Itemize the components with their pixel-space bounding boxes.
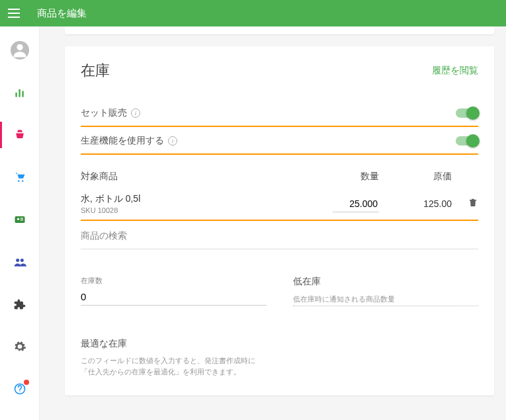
sidebar-item-products[interactable] bbox=[0, 122, 40, 148]
menu-icon[interactable] bbox=[8, 5, 24, 21]
info-icon[interactable]: i bbox=[168, 136, 177, 146]
svg-rect-9 bbox=[20, 220, 22, 220]
sidebar-item-customers[interactable] bbox=[0, 206, 40, 233]
notification-dot-icon bbox=[24, 380, 29, 385]
set-sale-toggle-row: セット販売 i bbox=[81, 99, 478, 127]
low-stock-label: 低在庫 bbox=[293, 276, 479, 288]
col-cost: 原価 bbox=[392, 171, 452, 183]
svg-rect-8 bbox=[20, 218, 22, 219]
sidebar-item-integrations[interactable] bbox=[0, 291, 40, 317]
sidebar-item-analytics[interactable] bbox=[0, 79, 40, 106]
stock-label: 在庫数 bbox=[81, 276, 267, 286]
card-title: 在庫 bbox=[81, 61, 110, 81]
sidebar-item-settings[interactable] bbox=[0, 333, 40, 360]
svg-rect-1 bbox=[15, 93, 17, 97]
content-area: 在庫 履歴を閲覧 セット販売 i 生産機能を使用する i 対象商品 数量 bbox=[40, 26, 506, 420]
production-toggle-row: 生産機能を使用する i bbox=[81, 127, 478, 155]
svg-rect-6 bbox=[15, 216, 24, 223]
cart-icon bbox=[13, 171, 26, 184]
optimal-stock-helper: このフィールドに数値を入力すると、発注書作成時に「仕入先からの在庫を最適化」を利… bbox=[81, 355, 267, 377]
component-row: 水, ボトル 0,5l SKU 10028 125.00 bbox=[81, 188, 478, 221]
components-table-header: 対象商品 数量 原価 bbox=[81, 155, 478, 188]
avatar-icon bbox=[11, 41, 29, 60]
component-search[interactable]: 商品の検索 bbox=[81, 221, 478, 249]
sidebar bbox=[0, 26, 40, 420]
production-label: 生産機能を使用する bbox=[81, 135, 164, 147]
low-stock-helper: 低在庫時に通知される商品数量 bbox=[293, 293, 479, 306]
basket-icon bbox=[13, 128, 26, 142]
component-name: 水, ボトル 0,5l bbox=[81, 193, 319, 205]
page-title: 商品を編集 bbox=[37, 7, 87, 20]
svg-rect-3 bbox=[22, 91, 24, 97]
svg-point-11 bbox=[20, 259, 23, 262]
svg-rect-2 bbox=[19, 89, 21, 97]
svg-point-5 bbox=[21, 181, 23, 183]
stock-field: 在庫数 bbox=[81, 276, 267, 306]
sidebar-item-employees[interactable] bbox=[0, 249, 40, 275]
optimal-stock-label: 最適な在庫 bbox=[81, 338, 267, 350]
component-qty-input[interactable] bbox=[333, 196, 379, 212]
gear-icon bbox=[13, 340, 26, 353]
puzzle-icon bbox=[13, 298, 26, 311]
trash-icon[interactable] bbox=[468, 197, 478, 208]
inventory-card: 在庫 履歴を閲覧 セット販売 i 生産機能を使用する i 対象商品 数量 bbox=[65, 46, 494, 396]
svg-point-0 bbox=[17, 44, 22, 50]
topbar: 商品を編集 bbox=[0, 0, 506, 26]
col-name: 対象商品 bbox=[81, 171, 319, 183]
sidebar-item-help[interactable] bbox=[0, 376, 40, 402]
chart-icon bbox=[13, 86, 26, 99]
component-sku: SKU 10028 bbox=[81, 206, 319, 214]
svg-point-10 bbox=[16, 259, 19, 262]
low-stock-field: 低在庫 低在庫時に通知される商品数量 bbox=[293, 276, 479, 306]
id-card-icon bbox=[13, 213, 26, 226]
view-history-link[interactable]: 履歴を閲覧 bbox=[432, 65, 478, 77]
sidebar-item-account[interactable] bbox=[0, 37, 40, 63]
component-cost: 125.00 bbox=[392, 198, 452, 209]
people-icon bbox=[13, 255, 26, 269]
set-sale-switch[interactable] bbox=[456, 108, 478, 118]
sidebar-item-inventory[interactable] bbox=[0, 164, 40, 190]
optimal-stock-field: 最適な在庫 このフィールドに数値を入力すると、発注書作成時に「仕入先からの在庫を… bbox=[81, 338, 267, 377]
svg-point-7 bbox=[17, 218, 19, 220]
set-sale-label: セット販売 bbox=[81, 107, 127, 119]
previous-card-edge bbox=[65, 26, 494, 34]
info-icon[interactable]: i bbox=[131, 108, 140, 118]
svg-point-13 bbox=[19, 392, 20, 392]
production-switch[interactable] bbox=[456, 136, 478, 146]
svg-point-4 bbox=[18, 181, 19, 183]
col-qty: 数量 bbox=[319, 171, 392, 183]
stock-input[interactable] bbox=[81, 288, 267, 306]
